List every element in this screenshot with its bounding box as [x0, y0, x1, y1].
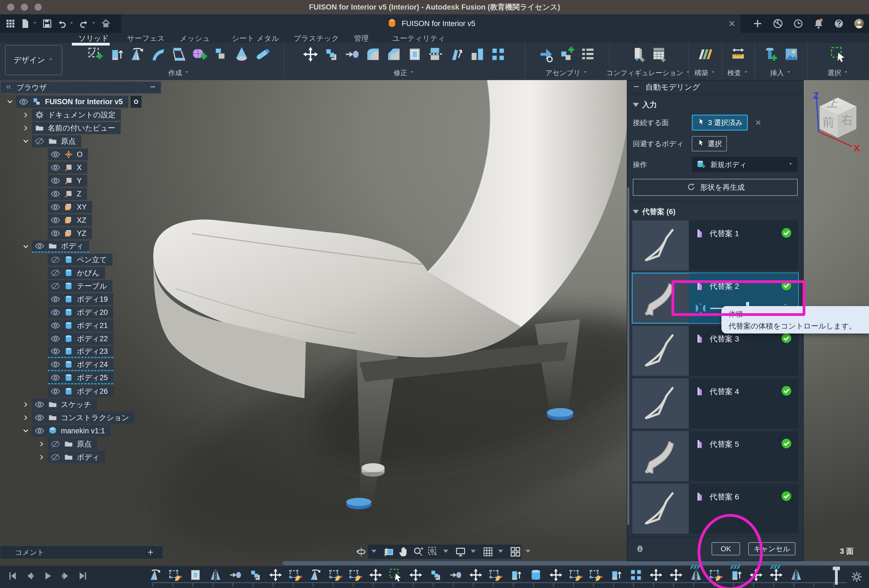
insert-canvas-icon[interactable] [782, 44, 801, 64]
activate-component-icon[interactable] [130, 96, 142, 108]
skip-end-icon[interactable] [77, 570, 88, 581]
chevron-down-icon[interactable] [4, 96, 16, 108]
ribbon-tab-4[interactable]: シート メタル [232, 34, 279, 43]
tree-row[interactable]: ボディ24 [36, 359, 175, 371]
pipe-icon[interactable] [253, 44, 272, 64]
tree-row[interactable]: ボディ [20, 240, 175, 253]
browser-header[interactable]: ブラウザ [0, 81, 161, 94]
pan-icon[interactable] [397, 546, 409, 558]
undo-icon[interactable] [56, 18, 75, 29]
ribbon-tab-6[interactable]: 管理 [354, 34, 369, 43]
group-label[interactable]: 挿入 [754, 68, 807, 77]
tree-row[interactable]: ペン立て [36, 253, 175, 266]
chevron-right-icon[interactable] [20, 109, 32, 121]
avatar-icon[interactable] [853, 18, 865, 30]
tree-row[interactable]: かびん [36, 267, 175, 279]
timeline-feature-mirror[interactable] [208, 568, 223, 582]
operation-dropdown[interactable]: 新規ボディ [692, 157, 798, 172]
chevron-down-icon[interactable] [20, 425, 32, 437]
tree-row[interactable]: Y [36, 175, 175, 187]
fillet-icon[interactable] [363, 44, 383, 64]
step-back-icon[interactable] [25, 570, 36, 581]
visibility-eye-icon[interactable] [50, 307, 60, 317]
group-label[interactable]: 修正 [284, 68, 525, 77]
tree-row[interactable]: YZ [36, 227, 175, 240]
save-icon[interactable] [42, 18, 53, 29]
visibility-eye-icon[interactable] [50, 360, 60, 369]
chevron-right-icon[interactable] [20, 122, 32, 134]
tree-row[interactable]: 原点 [20, 135, 175, 148]
draft-icon[interactable] [447, 44, 466, 64]
ok-button[interactable]: OK [712, 542, 740, 555]
visibility-eye-off-icon[interactable] [50, 452, 60, 462]
visibility-eye-icon[interactable] [50, 202, 60, 212]
alternatives-section-header[interactable]: 代替案 (6) [627, 201, 803, 219]
timeline-feature-combine[interactable] [429, 568, 443, 582]
pattern-icon[interactable] [489, 44, 508, 64]
chevron-right-icon[interactable] [36, 438, 48, 450]
timeline-feature-extrude[interactable] [509, 568, 523, 582]
visibility-eye-off-icon[interactable] [50, 439, 60, 449]
tree-row[interactable]: テーブル [36, 280, 175, 292]
timeline-feature-sketch-edit[interactable] [569, 568, 583, 582]
select-icon[interactable] [829, 44, 848, 64]
play-icon[interactable] [42, 570, 53, 581]
visibility-eye-icon[interactable] [50, 189, 60, 199]
visibility-eye-icon[interactable] [34, 426, 44, 436]
view-cube[interactable]: Z X 上 前 右 [808, 90, 866, 154]
timeline-feature-sketch-edit[interactable] [168, 568, 183, 582]
measure-icon[interactable] [728, 44, 748, 64]
volume-min-icon[interactable] [695, 302, 706, 314]
tree-row[interactable]: ボディ26 [36, 385, 175, 398]
zoom-icon[interactable] [412, 546, 424, 558]
orbit-icon[interactable] [355, 545, 380, 558]
ribbon-tab-7[interactable]: ユーティリティ [392, 34, 445, 43]
tree-row[interactable]: 名前の付いたビュー [20, 122, 175, 135]
tree-row[interactable]: ボディ23 [36, 345, 175, 358]
visibility-eye-icon[interactable] [50, 347, 60, 356]
visibility-eye-icon[interactable] [34, 241, 44, 251]
group-label[interactable]: 作成 [74, 68, 284, 77]
visibility-eye-off-icon[interactable] [50, 281, 60, 291]
timeline-feature-mirror[interactable] [689, 568, 703, 582]
minimize-window-button[interactable] [21, 4, 28, 11]
group-label[interactable]: 検査 [722, 68, 754, 77]
display-icon[interactable] [455, 545, 479, 558]
extrude-icon[interactable] [107, 44, 126, 64]
skip-start-icon[interactable] [7, 570, 18, 581]
timeline-feature-press-pull[interactable] [448, 568, 463, 582]
timeline-feature-press-pull[interactable] [228, 568, 243, 582]
timeline-feature-sketch-edit[interactable] [328, 568, 343, 582]
visibility-eye-icon[interactable] [50, 334, 60, 344]
dialog-header[interactable]: 自動モデリング [627, 81, 803, 94]
comment-bar[interactable]: コメント + [0, 546, 163, 559]
add-comment-button[interactable]: + [148, 547, 163, 558]
window-controls[interactable] [7, 4, 42, 11]
cancel-button[interactable]: キャンセル [748, 542, 795, 555]
timeline-feature-move[interactable] [669, 568, 683, 582]
timeline-feature-combine[interactable] [248, 568, 263, 582]
document-tab[interactable]: FUISON for Interior v5 [122, 14, 741, 33]
visibility-eye-icon[interactable] [50, 228, 60, 238]
tree-row[interactable]: manekin v1:1 [20, 425, 175, 437]
zoom-window-button[interactable] [34, 4, 42, 11]
tree-row[interactable]: ボディ19 [36, 293, 175, 305]
timeline-feature-extrude[interactable] [609, 568, 623, 582]
tree-row[interactable]: X [36, 161, 175, 174]
tree-row[interactable]: ボディ21 [36, 319, 175, 332]
thicken-icon[interactable] [211, 44, 230, 64]
job-status-icon[interactable] [792, 18, 804, 30]
new-tab-button[interactable] [752, 18, 763, 29]
tree-row[interactable]: ボディ [36, 451, 175, 464]
visibility-eye-icon[interactable] [50, 294, 60, 304]
timeline-feature-move[interactable] [649, 568, 663, 582]
timeline-feature-move[interactable] [368, 568, 383, 582]
timeline-feature-select[interactable] [389, 568, 403, 582]
visibility-eye-icon[interactable] [19, 97, 28, 107]
combine-icon[interactable] [322, 44, 341, 64]
alternative-item-4[interactable]: 代替案 4 [632, 378, 798, 428]
replace-face-icon[interactable] [468, 44, 487, 64]
visibility-eye-icon[interactable] [50, 387, 60, 396]
visibility-eye-icon[interactable] [50, 215, 60, 225]
tree-row[interactable]: 原点 [36, 438, 175, 450]
